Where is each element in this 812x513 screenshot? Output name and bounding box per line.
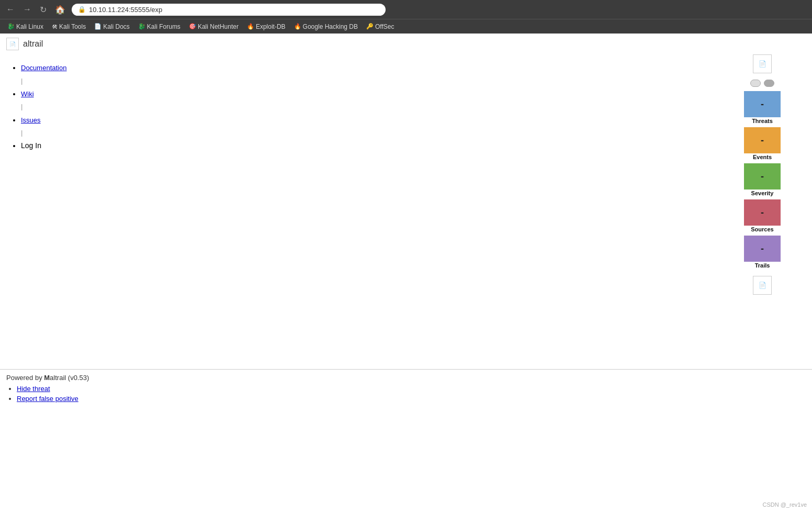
nav-list: Documentation | Wiki | Issues | — [10, 63, 94, 151]
card-threats-label: Threats — [752, 118, 773, 124]
bookmark-icon-kali-nethunter: 🎯 — [189, 23, 196, 30]
nav-item-issues[interactable]: Issues — [21, 115, 94, 126]
footer-link-item-report[interactable]: Report false positive — [17, 395, 806, 403]
card-trails-inner: - — [744, 236, 781, 262]
nav-item-login: Log In — [21, 141, 94, 151]
panel-bottom-icon-symbol: 📄 — [759, 282, 766, 289]
home-button[interactable]: 🏠 — [53, 4, 67, 16]
logo-icon-symbol: 📄 — [9, 41, 16, 47]
card-events-value: - — [761, 135, 764, 146]
bookmark-icon-kali-linux: 🐉 — [7, 23, 15, 30]
bookmark-kali-tools[interactable]: 🛠 Kali Tools — [49, 22, 89, 31]
bookmark-icon-kali-tools: 🛠 — [52, 24, 58, 30]
bookmark-kali-docs[interactable]: 📄 Kali Docs — [91, 22, 133, 31]
footer-link-hide-threat[interactable]: Hide threat — [17, 385, 50, 393]
left-nav: Documentation | Wiki | Issues | — [0, 54, 105, 160]
toggle-row — [750, 80, 774, 87]
footer-brand-rest: altrail — [50, 374, 66, 382]
bookmark-icon-google-hacking-db: 🔥 — [294, 23, 301, 30]
bookmark-icon-kali-forums: 🐉 — [138, 23, 145, 30]
panel-icon-bottom: 📄 — [753, 276, 772, 295]
page-content: 📄 altrail Documentation | Wiki | — [0, 34, 812, 513]
card-events-label: Events — [753, 154, 772, 160]
nav-separator-3: | — [21, 128, 94, 138]
address-bar[interactable]: 🔒 10.10.11.224:55555/exp — [72, 4, 386, 16]
main-layout: Documentation | Wiki | Issues | — [0, 54, 812, 160]
bookmark-icon-exploit-db: 🔥 — [247, 23, 254, 30]
nav-item-documentation[interactable]: Documentation — [21, 63, 94, 73]
bookmark-kali-nethunter[interactable]: 🎯 Kali NetHunter — [186, 22, 242, 31]
bookmark-kali-forums[interactable]: 🐉 Kali Forums — [135, 22, 184, 31]
right-panel: 📄 - Threats - Events — [744, 54, 781, 295]
site-header: 📄 altrail — [0, 34, 812, 54]
panel-icon-top: 📄 — [753, 54, 772, 73]
card-threats[interactable]: - Threats — [744, 91, 781, 125]
bookmark-icon-kali-docs: 📄 — [94, 23, 102, 30]
url-display: 10.10.11.224:55555/exp — [89, 6, 162, 14]
nav-link-documentation[interactable]: Documentation — [21, 64, 66, 72]
back-button[interactable]: ← — [4, 4, 17, 15]
card-threats-value: - — [761, 99, 764, 110]
card-severity-label: Severity — [751, 190, 774, 196]
bookmark-offsec[interactable]: 🔑 OffSec — [363, 22, 397, 31]
card-threats-inner: - — [744, 91, 781, 117]
card-events[interactable]: - Events — [744, 127, 781, 161]
card-sources[interactable]: - Sources — [744, 199, 781, 233]
site-footer: Powered by Maltrail (v0.53) Hide threat … — [0, 369, 812, 409]
toggle-btn-2[interactable] — [764, 80, 774, 87]
card-severity-value: - — [761, 171, 764, 182]
site-logo-text: altrail — [23, 39, 43, 49]
toggle-btn-1[interactable] — [750, 80, 761, 87]
nav-separator-2: | — [21, 102, 94, 111]
security-icon: 🔒 — [78, 6, 86, 13]
forward-button[interactable]: → — [21, 4, 33, 15]
card-sources-value: - — [761, 207, 764, 218]
watermark: CSDN @_rev1ve — [762, 501, 807, 508]
card-trails[interactable]: - Trails — [744, 236, 781, 270]
footer-brand-bold: M — [44, 374, 50, 382]
nav-item-wiki[interactable]: Wiki — [21, 89, 94, 99]
footer-powered-by: Powered by Maltrail (v0.53) — [6, 374, 806, 382]
card-trails-label: Trails — [755, 262, 770, 269]
bookmark-icon-offsec: 🔑 — [366, 23, 374, 30]
nav-separator-1: | — [21, 76, 94, 86]
footer-prefix: Powered by — [6, 374, 44, 382]
card-severity-inner: - — [744, 163, 781, 189]
bookmark-exploit-db[interactable]: 🔥 Exploit-DB — [244, 22, 289, 31]
reload-button[interactable]: ↻ — [38, 4, 49, 16]
bookmark-kali-linux[interactable]: 🐉 Kali Linux — [4, 22, 47, 31]
bookmark-google-hacking-db[interactable]: 🔥 Google Hacking DB — [291, 22, 361, 31]
bookmarks-bar: 🐉 Kali Linux 🛠 Kali Tools 📄 Kali Docs 🐉 … — [0, 19, 812, 34]
footer-link-report-false-positive[interactable]: Report false positive — [17, 395, 78, 403]
footer-version: (v0.53) — [68, 374, 89, 382]
site-logo-icon: 📄 — [6, 38, 19, 50]
panel-top-icon-symbol: 📄 — [759, 60, 766, 68]
card-sources-inner: - — [744, 199, 781, 226]
nav-login-text: Log In — [21, 141, 41, 150]
nav-link-issues[interactable]: Issues — [21, 116, 41, 124]
footer-links-list: Hide threat Report false positive — [6, 385, 806, 403]
card-sources-label: Sources — [751, 226, 773, 232]
card-events-inner: - — [744, 127, 781, 153]
footer-link-item-hide-threat[interactable]: Hide threat — [17, 385, 806, 393]
card-trails-value: - — [761, 243, 764, 254]
browser-chrome: ← → ↻ 🏠 🔒 10.10.11.224:55555/exp — [0, 0, 812, 19]
nav-link-wiki[interactable]: Wiki — [21, 90, 34, 98]
card-severity[interactable]: - Severity — [744, 163, 781, 197]
